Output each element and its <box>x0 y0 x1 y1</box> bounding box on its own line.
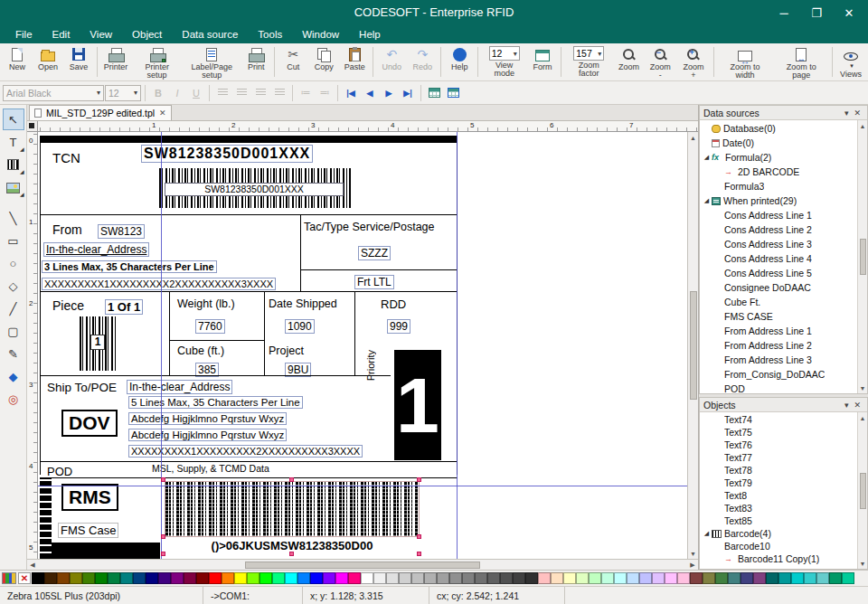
menu-object[interactable]: Object <box>122 27 172 42</box>
document-tab[interactable]: MIL_STD_129P edited.tpl ✕ <box>29 105 172 120</box>
data-matrix-text[interactable]: ()>06JKUSMSW81238350D00 <box>165 539 420 552</box>
horizontal-scrollbar-thumb[interactable] <box>245 562 480 569</box>
scroll-down-icon[interactable]: ▼ <box>689 549 698 558</box>
close-button[interactable]: ✕ <box>834 2 864 24</box>
horizontal-scrollbar[interactable]: ◀ ▶ <box>27 559 698 570</box>
ship-lines-max-text[interactable]: 5 Lines Max, 35 Characters Per Line <box>128 396 303 409</box>
help-button[interactable]: Help <box>444 44 475 80</box>
tree-item-fms-case[interactable]: FMS CASE <box>700 309 857 324</box>
tree-item-cons-address-line-5[interactable]: Cons Address Line 5 <box>700 266 857 280</box>
barcode-tool[interactable]: ◢ <box>3 154 24 175</box>
color-swatch[interactable] <box>614 572 627 584</box>
selection-handle[interactable] <box>161 477 165 482</box>
font-name-combo[interactable]: Arial Black ▾ <box>3 85 104 101</box>
color-swatch[interactable] <box>652 572 665 584</box>
label-top-bar[interactable] <box>40 136 458 143</box>
color-swatch[interactable] <box>437 572 449 584</box>
views-button[interactable]: ▾Views <box>835 44 866 80</box>
open-button[interactable]: Open <box>33 44 63 80</box>
menu-view[interactable]: View <box>80 27 122 42</box>
tree-item-from-consig-dodaac[interactable]: From_Consig_DoDAAC <box>700 367 857 382</box>
color-swatch[interactable] <box>728 572 741 584</box>
color-swatch[interactable] <box>741 572 753 584</box>
tree-item-barcode-4[interactable]: ◢Barcode(4) <box>700 527 857 540</box>
first-record-button[interactable]: |◀ <box>342 84 360 102</box>
color-swatch[interactable] <box>120 572 133 584</box>
collapse-icon[interactable]: ◢ <box>702 154 712 161</box>
color-swatch[interactable] <box>361 572 373 584</box>
color-swatch[interactable] <box>32 572 44 584</box>
color-swatch[interactable] <box>791 572 804 584</box>
tree-item-text76[interactable]: Text76 <box>700 439 857 451</box>
scroll-down-icon[interactable]: ▼ <box>858 559 867 568</box>
color-swatch[interactable] <box>449 572 462 584</box>
color-swatch[interactable] <box>462 572 475 584</box>
panel-close-icon[interactable]: ✕ <box>851 401 863 410</box>
tac-label[interactable]: Tac/Type Service/Postage <box>304 221 435 233</box>
tree-item-text79[interactable]: Text79 <box>700 477 857 489</box>
piece-label[interactable]: Piece <box>52 298 84 313</box>
save-button[interactable]: Save <box>63 44 94 80</box>
tree-item-database-0[interactable]: Database(0) <box>700 121 857 136</box>
justify-button[interactable] <box>270 84 288 102</box>
selection-handle[interactable] <box>161 552 165 556</box>
color-swatch[interactable] <box>234 572 247 584</box>
cube-label[interactable]: Cube (ft.) <box>177 344 224 357</box>
form-button[interactable]: Form <box>527 44 558 80</box>
tree-item-text78[interactable]: Text78 <box>700 464 857 477</box>
horizontal-ruler[interactable]: 1234567 <box>38 121 698 132</box>
menu-tools[interactable]: Tools <box>248 27 292 42</box>
oblique-line-tool[interactable]: ╱ <box>3 297 24 319</box>
color-swatch[interactable] <box>627 572 639 584</box>
data-sources-scrollbar[interactable]: ▲ ▼ <box>857 120 867 393</box>
color-swatch[interactable] <box>209 572 222 584</box>
plugin-tool[interactable]: ◆ <box>3 365 24 387</box>
priority-label[interactable]: Priority <box>365 350 376 381</box>
color-swatch[interactable] <box>297 572 310 584</box>
zoom-factor-button[interactable]: 157▾Zoom factor <box>564 44 613 80</box>
copy-button[interactable]: Copy <box>308 44 339 80</box>
new-button[interactable]: New <box>2 44 33 80</box>
zoom-to-width-button[interactable]: Zoom to width <box>717 44 774 80</box>
tree-item-2d-barcode[interactable]: →2D BARCODE <box>700 165 857 179</box>
tac-value-text[interactable]: SZZZ <box>358 246 391 260</box>
tcn-label[interactable]: TCN <box>52 150 80 165</box>
color-swatch[interactable] <box>95 572 108 584</box>
zoom-button[interactable]: Zoom <box>613 44 644 80</box>
scroll-right-icon[interactable]: ▶ <box>688 561 697 570</box>
scroll-left-icon[interactable]: ◀ <box>28 561 37 570</box>
scroll-up-icon[interactable]: ▲ <box>689 133 698 142</box>
color-swatch[interactable] <box>677 572 690 584</box>
color-swatch[interactable] <box>158 572 171 584</box>
tree-item-consignee-dodaac[interactable]: Consignee DoDAAC <box>700 280 857 295</box>
menu-edit[interactable]: Edit <box>42 27 80 42</box>
color-swatch[interactable] <box>525 572 538 584</box>
color-swatch[interactable] <box>576 572 589 584</box>
text-tool[interactable]: T◢ <box>3 131 24 153</box>
color-swatch[interactable] <box>386 572 399 584</box>
rdd-label[interactable]: RDD <box>381 297 406 311</box>
vertical-ruler[interactable]: 012345 <box>27 132 38 559</box>
color-swatch[interactable] <box>563 572 576 584</box>
weight-value-text[interactable]: 7760 <box>195 319 225 334</box>
color-swatch[interactable] <box>272 572 285 584</box>
frt-value-text[interactable]: Frt LTL <box>354 275 394 289</box>
tree-item-text77[interactable]: Text77 <box>700 451 857 464</box>
color-swatch[interactable] <box>816 572 829 584</box>
project-label[interactable]: Project <box>269 344 304 357</box>
color-swatch[interactable] <box>44 572 57 584</box>
panel-menu-icon[interactable]: ▾ <box>842 109 852 118</box>
vertical-guide[interactable] <box>161 132 162 559</box>
tree-item-date-0[interactable]: Date(0) <box>700 136 857 150</box>
transparent-color-cell[interactable]: ✕ <box>18 572 31 584</box>
underline-button[interactable]: U <box>187 84 205 102</box>
tree-item-cons-address-line-3[interactable]: Cons Address Line 3 <box>700 237 857 251</box>
font-size-combo[interactable]: 12 ▾ <box>105 85 141 101</box>
selection-handle[interactable] <box>417 552 421 556</box>
collapse-icon[interactable]: ◢ <box>702 530 712 537</box>
align-left-button[interactable] <box>213 84 231 102</box>
piece-barcode-number[interactable]: 1 <box>90 335 105 350</box>
scrollbar-thumb[interactable] <box>860 239 866 275</box>
selection-handle[interactable] <box>417 477 421 482</box>
color-swatch[interactable] <box>842 572 854 584</box>
